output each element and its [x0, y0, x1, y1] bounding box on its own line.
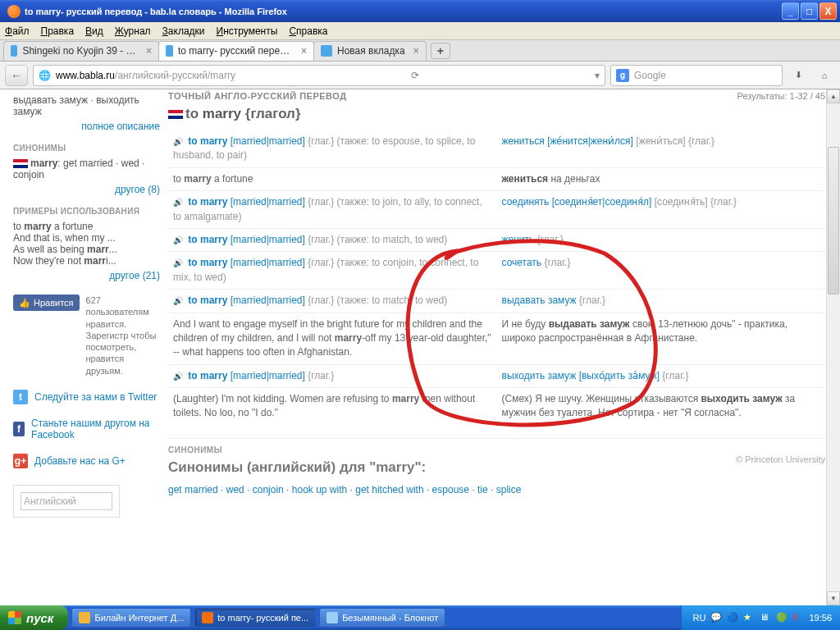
browser-tab[interactable]: Новая вкладка×	[313, 41, 427, 61]
start-button[interactable]: пуск	[0, 605, 68, 630]
menu-item[interactable]: Файл	[5, 25, 30, 37]
menu-item[interactable]: Справка	[289, 25, 327, 37]
facebook-icon: f	[13, 422, 25, 436]
tray-antivirus-icon[interactable]: K	[792, 612, 804, 623]
vertical-scrollbar[interactable]: ▲ ▼	[826, 89, 840, 605]
taskbar-task[interactable]: Безымянный - Блокнот	[319, 608, 445, 628]
synonym-link[interactable]: conjoin	[253, 484, 284, 495]
browser-tab[interactable]: Shingeki no Kyojin 39 - Read Shingeki no…	[3, 41, 159, 61]
more-synonyms-link[interactable]: другое (8)	[115, 184, 160, 195]
taskbar-task[interactable]: to marry- русский пе...	[194, 608, 316, 628]
task-icon	[79, 612, 90, 623]
sidebar-phrases: выдавать замуж · выходить замуж	[13, 94, 160, 117]
synonyms-credit: © Princeton University	[736, 454, 825, 464]
tab-favicon	[321, 45, 332, 57]
twitter-follow-link[interactable]: tСледуйте за нами в Twitter	[13, 390, 160, 404]
reload-button[interactable]: ⟳	[411, 70, 419, 81]
back-button[interactable]: ←	[5, 65, 28, 86]
menu-item[interactable]: Правка	[41, 25, 75, 37]
scroll-down-button[interactable]: ▼	[827, 591, 840, 605]
source-cell: to marry a fortune	[168, 167, 497, 190]
synonym-link[interactable]: get married	[168, 484, 218, 495]
target-cell: жениться [же́нится|жени́лся] [жени́ться]…	[497, 130, 826, 167]
translations-table: to marry [married|married] {глаг.} (такж…	[168, 130, 825, 425]
home-button[interactable]: ⌂	[814, 65, 835, 86]
gplus-follow-link[interactable]: g+Добавьте нас на G+	[13, 454, 160, 468]
synonym-link[interactable]: espouse	[432, 484, 469, 495]
search-placeholder: Google	[634, 70, 666, 81]
site-globe-icon: 🌐	[39, 70, 51, 81]
source-cell: to marry [married|married] {глаг.} (такж…	[168, 290, 497, 313]
synonym-link[interactable]: hook up with	[292, 484, 347, 495]
headword: to marry {глагол}	[168, 106, 825, 122]
synonym-link[interactable]: get hitched with	[355, 484, 423, 495]
tab-favicon	[166, 45, 173, 57]
tray-icon[interactable]: 🟢	[776, 612, 788, 623]
sidebar-language-box	[13, 485, 120, 518]
target-cell: выходить замуж [выхо́дить за́муж] {глаг.…	[497, 364, 826, 387]
tab-close-icon[interactable]: ×	[146, 45, 152, 57]
menu-item[interactable]: Журнал	[115, 25, 151, 37]
translation-row: to marry a fortuneжениться на деньгах	[168, 167, 825, 190]
new-tab-button[interactable]: +	[431, 43, 450, 59]
menu-item[interactable]: Вид	[85, 25, 103, 37]
tray-icon[interactable]: ★	[743, 612, 755, 623]
browser-tab[interactable]: to marry- русский перевод - bab.la сло..…	[158, 41, 314, 61]
translation-row: to marry [married|married] {глаг.} (такж…	[168, 252, 825, 290]
synonym-link[interactable]: splice	[496, 484, 522, 495]
task-icon	[202, 612, 213, 623]
synonyms-heading: Синонимы (английский) для "marry":	[168, 459, 825, 476]
scroll-up-button[interactable]: ▲	[827, 89, 840, 103]
synonym-link[interactable]: wed	[226, 484, 244, 495]
tray-clock[interactable]: 19:56	[809, 613, 832, 623]
main-column: Результаты: 1-32 / 45 ТОЧНЫЙ АНГЛО-РУССК…	[168, 89, 840, 605]
translation-row: to marry [married|married] {глаг.} (такж…	[168, 130, 825, 167]
tray-icon[interactable]: 💬	[710, 612, 722, 623]
task-icon	[326, 612, 338, 623]
twitter-icon: t	[13, 390, 28, 404]
menu-item[interactable]: Инструменты	[217, 25, 278, 37]
tray-volume-icon[interactable]: 🔵	[727, 612, 738, 623]
target-cell: сочетать {глаг.}	[497, 252, 826, 290]
example-line: As well as being marr...	[13, 244, 160, 255]
translation-row: to marry [married|married] {глаг.} (такж…	[168, 290, 825, 313]
browser-tab-strip: Shingeki no Kyojin 39 - Read Shingeki no…	[0, 40, 840, 62]
system-tray[interactable]: RU 💬 🔵 ★ 🖥 🟢 K 19:56	[681, 605, 840, 630]
menu-item[interactable]: Закладки	[162, 25, 205, 37]
menu-bar: ФайлПравкаВидЖурналЗакладкиИнструментыСп…	[0, 22, 840, 40]
browser-toolbar: ← 🌐 www.babla.ru/английский-русский/marr…	[0, 62, 840, 89]
window-close-button[interactable]: X	[819, 2, 837, 20]
more-examples-link[interactable]: другое (21)	[109, 270, 160, 281]
synonyms-label: СИНОНИМЫ	[168, 438, 825, 454]
sidebar-synonyms: marry: get married · wed · conjoin	[13, 158, 160, 180]
tray-lang[interactable]: RU	[693, 613, 706, 623]
window-minimize-button[interactable]: _	[782, 2, 799, 20]
address-bar[interactable]: 🌐 www.babla.ru/английский-русский/marry …	[33, 65, 605, 86]
gplus-icon: g+	[13, 454, 28, 468]
google-icon: g	[616, 69, 629, 82]
stop-button[interactable]: ▾	[595, 70, 600, 81]
downloads-button[interactable]: ⬇	[788, 65, 809, 86]
tray-network-icon[interactable]: 🖥	[760, 612, 771, 623]
facebook-like-button[interactable]: 👍 Нравится	[13, 294, 80, 311]
window-maximize-button[interactable]: □	[801, 2, 818, 20]
target-cell: И не буду выдавать замуж свою 13-летнюю …	[497, 313, 826, 364]
facebook-follow-link[interactable]: fСтаньте нашим другом на Facebook	[13, 418, 160, 441]
taskbar-task[interactable]: Билайн Интернет Д...	[71, 608, 191, 628]
tab-close-icon[interactable]: ×	[301, 45, 307, 57]
source-cell: (Laughter) I'm not kidding. Women are re…	[168, 388, 497, 425]
synonym-link[interactable]: tie	[477, 484, 488, 495]
translation-row: And I want to engage myself in the brigh…	[168, 313, 825, 364]
target-cell: жениться на деньгах	[497, 167, 826, 190]
search-box[interactable]: g Google	[610, 65, 783, 86]
scroll-thumb[interactable]	[828, 147, 839, 294]
section-heading: ТОЧНЫЙ АНГЛО-РУССКИЙ ПЕРЕВОД	[168, 91, 825, 101]
taskbar-tasks: Билайн Интернет Д...to marry- русский пе…	[68, 608, 445, 628]
language-input[interactable]	[21, 492, 112, 510]
tab-close-icon[interactable]: ×	[413, 45, 419, 57]
url-text: www.babla.ru/английский-русский/marry	[56, 70, 235, 81]
full-description-link[interactable]: полное описание	[81, 121, 160, 132]
target-cell: выдавать замуж {глаг.}	[497, 290, 826, 313]
page-content: выдавать замуж · выходить замуж полное о…	[0, 89, 840, 605]
translation-row: to marry [married|married] {глаг.} (такж…	[168, 191, 825, 229]
